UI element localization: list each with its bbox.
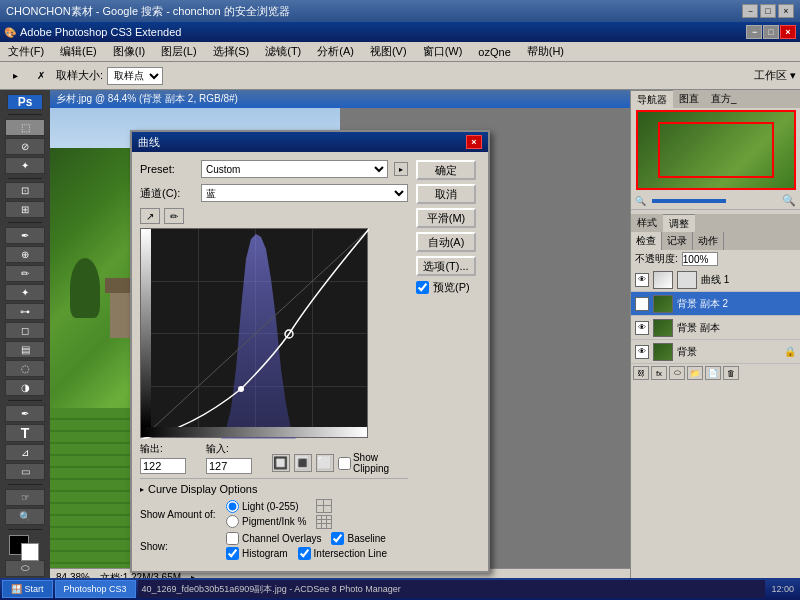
crop-tool[interactable]: ⊡ [5,182,45,199]
display-options-triangle[interactable]: ▸ [140,485,144,494]
cancel-button[interactable]: 取消 [416,184,476,204]
heal-tool[interactable]: ⊕ [5,246,45,263]
pigment-radio[interactable] [226,515,239,528]
ok-button[interactable]: 确定 [416,160,476,180]
dodge-tool[interactable]: ◑ [5,379,45,396]
workspace-label[interactable]: 工作区 ▾ [754,68,796,83]
zoom-tool[interactable]: 🔍 [5,508,45,525]
menu-analysis[interactable]: 分析(A) [313,43,358,60]
gray-point-eyedropper[interactable]: 🔳 [294,454,312,472]
browser-min-btn[interactable]: － [742,4,758,18]
style-tab[interactable]: 样式 [631,214,663,232]
options-button[interactable]: 选项(T)... [416,256,476,276]
menu-image[interactable]: 图像(I) [109,43,149,60]
menu-filter[interactable]: 滤镜(T) [261,43,305,60]
zoom-out-icon[interactable]: 🔍 [635,196,646,206]
grid-btn-9[interactable] [316,515,332,529]
menu-layer[interactable]: 图层(L) [157,43,200,60]
lasso-tool[interactable]: ⊘ [5,138,45,155]
add-mask-btn[interactable]: ⬭ [669,366,685,380]
menu-file[interactable]: 文件(F) [4,43,48,60]
toolbar-cancel-btn[interactable]: ✗ [30,65,52,87]
history-tool[interactable]: ⊶ [5,303,45,320]
clone-tool[interactable]: ✦ [5,284,45,301]
hand-tool[interactable]: ☞ [5,489,45,506]
channel-overlays-checkbox[interactable] [226,532,239,545]
toolbar-arrow-btn[interactable]: ▸ [4,65,26,87]
layer-vis-icon-curves[interactable]: 👁 [635,273,649,287]
text-tool[interactable]: T [5,424,45,442]
layers-tab-inspect[interactable]: 检查 [631,232,662,250]
new-group-btn[interactable]: 📁 [687,366,703,380]
slice-tool[interactable]: ⊞ [5,201,45,218]
intersection-checkbox[interactable] [298,547,311,560]
pen-tool[interactable]: ✒ [5,405,45,422]
curves-close-btn[interactable]: × [466,135,482,149]
adjust-tab[interactable]: 调整 [663,214,695,232]
layer-item-bg-copy[interactable]: 👁 背景 副本 [631,316,800,340]
zoom-select[interactable]: 取样点 [107,67,163,85]
ps-close-btn[interactable]: × [780,25,796,39]
input-input[interactable] [206,458,252,474]
zoom-slider[interactable] [652,199,776,203]
delete-layer-btn[interactable]: 🗑 [723,366,739,380]
menu-edit[interactable]: 编辑(E) [56,43,101,60]
layer-vis-icon-bgcopy[interactable]: 👁 [635,321,649,335]
preview-checkbox[interactable] [416,281,429,294]
grid-btn-4[interactable] [316,499,332,513]
channel-select[interactable]: 蓝 [201,184,408,202]
ps-max-btn[interactable]: □ [763,25,779,39]
blur-tool[interactable]: ◌ [5,360,45,377]
layer-item-bg[interactable]: 👁 背景 🔒 [631,340,800,364]
show-clipping-checkbox[interactable] [338,457,351,470]
preset-expand-btn[interactable]: ▸ [394,162,408,176]
baseline-checkbox[interactable] [331,532,344,545]
menu-custom[interactable]: ozQne [474,45,514,59]
color-boxes[interactable] [7,535,43,555]
new-layer-btn[interactable]: 📄 [705,366,721,380]
browser-close-btn[interactable]: × [778,4,794,18]
menu-view[interactable]: 视图(V) [366,43,411,60]
magic-tool[interactable]: ✦ [5,157,45,174]
eyedropper-tool[interactable]: ✒ [5,227,45,244]
ps-min-btn[interactable]: － [746,25,762,39]
zoom-in-icon[interactable]: 🔍 [782,194,796,207]
menu-window[interactable]: 窗口(W) [419,43,467,60]
opacity-input[interactable] [682,252,718,266]
menu-help[interactable]: 帮助(H) [523,43,568,60]
path-tool[interactable]: ⊿ [5,444,45,461]
link-layers-btn[interactable]: ⛓ [633,366,649,380]
layers-tab-record[interactable]: 记录 [662,232,693,250]
taskbar-ps-btn[interactable]: Photoshop CS3 [55,580,136,598]
layer-vis-icon-bg2[interactable]: 👁 [635,297,649,311]
output-input[interactable] [140,458,186,474]
curve-pencil-btn[interactable]: ✏ [164,208,184,224]
layer-item-bg-copy2[interactable]: 👁 背景 副本 2 [631,292,800,316]
histogram-tab[interactable]: 图直 [673,90,705,108]
histogram-checkbox[interactable] [226,547,239,560]
quick-mask-btn[interactable]: ⬭ [5,560,45,577]
curve-edit-btn[interactable]: ↗ [140,208,160,224]
white-point-eyedropper[interactable]: ⬜ [316,454,334,472]
black-point-eyedropper[interactable]: 🔲 [272,454,290,472]
curves-graph[interactable] [140,228,368,438]
preset-select[interactable]: Custom [201,160,388,178]
light-radio[interactable] [226,500,239,513]
info-tab[interactable]: 直方_ [705,90,743,108]
select-tool[interactable]: ⬚ [5,119,45,136]
auto-button[interactable]: 自动(A) [416,232,476,252]
eraser-tool[interactable]: ◻ [5,322,45,339]
navigator-tab[interactable]: 导航器 [631,90,673,108]
add-style-btn[interactable]: fx [651,366,667,380]
taskbar-start-btn[interactable]: 🪟 Start [2,580,53,598]
menu-select[interactable]: 选择(S) [209,43,254,60]
control-point-2[interactable] [238,386,244,392]
gradient-tool[interactable]: ▤ [5,341,45,358]
brush-tool[interactable]: ✏ [5,265,45,282]
layer-item-curves[interactable]: 👁 曲线 1 [631,268,800,292]
flat-button[interactable]: 平滑(M) [416,208,476,228]
layers-tab-action[interactable]: 动作 [693,232,724,250]
layer-vis-icon-bg[interactable]: 👁 [635,345,649,359]
browser-max-btn[interactable]: □ [760,4,776,18]
shape-tool[interactable]: ▭ [5,463,45,480]
